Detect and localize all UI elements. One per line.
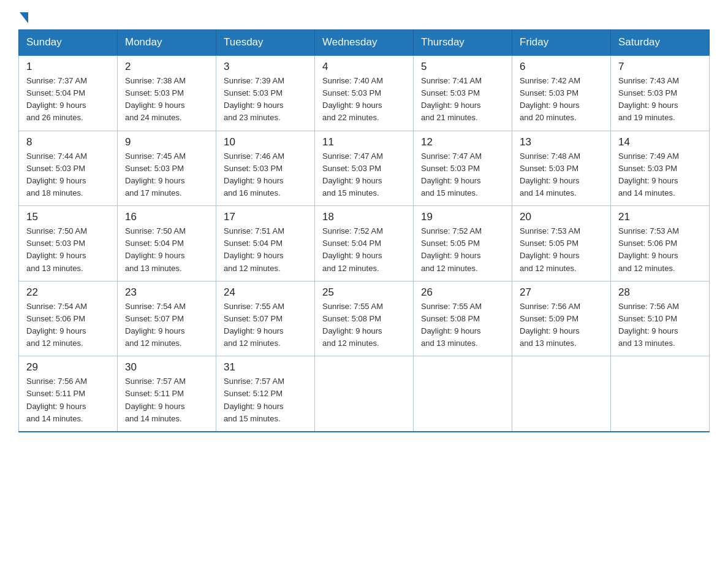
calendar-cell: 12Sunrise: 7:47 AMSunset: 5:03 PMDayligh… xyxy=(414,131,512,206)
day-number: 28 xyxy=(618,286,702,299)
day-header-wednesday: Wednesday xyxy=(315,30,414,56)
day-info: Sunrise: 7:44 AMSunset: 5:03 PMDaylight:… xyxy=(26,151,87,197)
week-row-5: 29Sunrise: 7:56 AMSunset: 5:11 PMDayligh… xyxy=(19,356,710,432)
calendar-cell: 18Sunrise: 7:52 AMSunset: 5:04 PMDayligh… xyxy=(315,206,414,282)
day-number: 24 xyxy=(224,286,307,299)
day-number: 13 xyxy=(520,136,603,148)
day-number: 1 xyxy=(26,61,110,73)
calendar-cell: 30Sunrise: 7:57 AMSunset: 5:11 PMDayligh… xyxy=(118,356,216,432)
day-info: Sunrise: 7:55 AMSunset: 5:08 PMDaylight:… xyxy=(421,302,482,348)
day-info: Sunrise: 7:53 AMSunset: 5:05 PMDaylight:… xyxy=(520,226,580,272)
day-number: 25 xyxy=(322,286,406,299)
day-header-tuesday: Tuesday xyxy=(216,30,315,56)
day-info: Sunrise: 7:39 AMSunset: 5:03 PMDaylight:… xyxy=(224,76,284,122)
calendar-cell: 6Sunrise: 7:42 AMSunset: 5:03 PMDaylight… xyxy=(512,55,611,131)
day-number: 5 xyxy=(421,61,504,73)
calendar-cell: 3Sunrise: 7:39 AMSunset: 5:03 PMDaylight… xyxy=(216,55,315,131)
calendar-cell: 7Sunrise: 7:43 AMSunset: 5:03 PMDaylight… xyxy=(611,55,710,131)
calendar-cell: 28Sunrise: 7:56 AMSunset: 5:10 PMDayligh… xyxy=(611,281,710,356)
day-number: 21 xyxy=(618,211,702,223)
calendar-cell xyxy=(414,356,512,432)
day-info: Sunrise: 7:56 AMSunset: 5:10 PMDaylight:… xyxy=(618,302,679,348)
day-number: 30 xyxy=(125,361,208,373)
calendar-cell: 22Sunrise: 7:54 AMSunset: 5:06 PMDayligh… xyxy=(19,281,118,356)
day-info: Sunrise: 7:47 AMSunset: 5:03 PMDaylight:… xyxy=(421,151,482,197)
calendar-cell: 8Sunrise: 7:44 AMSunset: 5:03 PMDaylight… xyxy=(19,131,118,206)
calendar-cell: 21Sunrise: 7:53 AMSunset: 5:06 PMDayligh… xyxy=(611,206,710,282)
calendar-cell: 9Sunrise: 7:45 AMSunset: 5:03 PMDaylight… xyxy=(118,131,216,206)
day-info: Sunrise: 7:48 AMSunset: 5:03 PMDaylight:… xyxy=(520,151,580,197)
day-number: 26 xyxy=(421,286,504,299)
week-row-3: 15Sunrise: 7:50 AMSunset: 5:03 PMDayligh… xyxy=(19,206,710,282)
calendar-cell: 16Sunrise: 7:50 AMSunset: 5:04 PMDayligh… xyxy=(118,206,216,282)
calendar-cell: 14Sunrise: 7:49 AMSunset: 5:03 PMDayligh… xyxy=(611,131,710,206)
calendar-cell: 20Sunrise: 7:53 AMSunset: 5:05 PMDayligh… xyxy=(512,206,611,282)
day-info: Sunrise: 7:55 AMSunset: 5:07 PMDaylight:… xyxy=(224,302,284,348)
day-number: 4 xyxy=(322,61,406,73)
day-info: Sunrise: 7:43 AMSunset: 5:03 PMDaylight:… xyxy=(618,76,679,122)
calendar-cell: 26Sunrise: 7:55 AMSunset: 5:08 PMDayligh… xyxy=(414,281,512,356)
day-info: Sunrise: 7:54 AMSunset: 5:07 PMDaylight:… xyxy=(125,302,186,348)
day-info: Sunrise: 7:51 AMSunset: 5:04 PMDaylight:… xyxy=(224,226,284,272)
logo xyxy=(18,12,29,23)
day-info: Sunrise: 7:57 AMSunset: 5:11 PMDaylight:… xyxy=(125,377,186,423)
day-info: Sunrise: 7:57 AMSunset: 5:12 PMDaylight:… xyxy=(224,377,284,423)
day-info: Sunrise: 7:47 AMSunset: 5:03 PMDaylight:… xyxy=(322,151,383,197)
calendar-table: SundayMondayTuesdayWednesdayThursdayFrid… xyxy=(18,29,710,432)
day-info: Sunrise: 7:53 AMSunset: 5:06 PMDaylight:… xyxy=(618,226,679,272)
day-number: 31 xyxy=(224,361,307,373)
day-number: 27 xyxy=(520,286,603,299)
calendar-cell: 29Sunrise: 7:56 AMSunset: 5:11 PMDayligh… xyxy=(19,356,118,432)
day-info: Sunrise: 7:56 AMSunset: 5:09 PMDaylight:… xyxy=(520,302,580,348)
day-number: 16 xyxy=(125,211,208,223)
day-info: Sunrise: 7:52 AMSunset: 5:04 PMDaylight:… xyxy=(322,226,383,272)
calendar-cell: 2Sunrise: 7:38 AMSunset: 5:03 PMDaylight… xyxy=(118,55,216,131)
day-number: 8 xyxy=(26,136,110,148)
calendar-cell: 23Sunrise: 7:54 AMSunset: 5:07 PMDayligh… xyxy=(118,281,216,356)
week-row-1: 1Sunrise: 7:37 AMSunset: 5:04 PMDaylight… xyxy=(19,55,710,131)
day-header-monday: Monday xyxy=(118,30,216,56)
day-info: Sunrise: 7:52 AMSunset: 5:05 PMDaylight:… xyxy=(421,226,482,272)
day-info: Sunrise: 7:46 AMSunset: 5:03 PMDaylight:… xyxy=(224,151,284,197)
day-info: Sunrise: 7:50 AMSunset: 5:03 PMDaylight:… xyxy=(26,226,87,272)
calendar-cell: 24Sunrise: 7:55 AMSunset: 5:07 PMDayligh… xyxy=(216,281,315,356)
day-number: 15 xyxy=(26,211,110,223)
day-number: 14 xyxy=(618,136,702,148)
day-info: Sunrise: 7:45 AMSunset: 5:03 PMDaylight:… xyxy=(125,151,186,197)
day-info: Sunrise: 7:42 AMSunset: 5:03 PMDaylight:… xyxy=(520,76,580,122)
calendar-cell: 19Sunrise: 7:52 AMSunset: 5:05 PMDayligh… xyxy=(414,206,512,282)
calendar-cell xyxy=(315,356,414,432)
day-number: 12 xyxy=(421,136,504,148)
day-info: Sunrise: 7:37 AMSunset: 5:04 PMDaylight:… xyxy=(26,76,87,122)
calendar-cell: 27Sunrise: 7:56 AMSunset: 5:09 PMDayligh… xyxy=(512,281,611,356)
calendar-cell: 31Sunrise: 7:57 AMSunset: 5:12 PMDayligh… xyxy=(216,356,315,432)
week-row-4: 22Sunrise: 7:54 AMSunset: 5:06 PMDayligh… xyxy=(19,281,710,356)
day-number: 23 xyxy=(125,286,208,299)
day-number: 2 xyxy=(125,61,208,73)
day-number: 9 xyxy=(125,136,208,148)
calendar-cell: 4Sunrise: 7:40 AMSunset: 5:03 PMDaylight… xyxy=(315,55,414,131)
day-number: 17 xyxy=(224,211,307,223)
day-info: Sunrise: 7:56 AMSunset: 5:11 PMDaylight:… xyxy=(26,377,87,423)
day-number: 19 xyxy=(421,211,504,223)
day-info: Sunrise: 7:54 AMSunset: 5:06 PMDaylight:… xyxy=(26,302,87,348)
day-info: Sunrise: 7:50 AMSunset: 5:04 PMDaylight:… xyxy=(125,226,186,272)
week-row-2: 8Sunrise: 7:44 AMSunset: 5:03 PMDaylight… xyxy=(19,131,710,206)
day-number: 20 xyxy=(520,211,603,223)
day-number: 7 xyxy=(618,61,702,73)
day-number: 6 xyxy=(520,61,603,73)
day-number: 22 xyxy=(26,286,110,299)
calendar-cell: 5Sunrise: 7:41 AMSunset: 5:03 PMDaylight… xyxy=(414,55,512,131)
day-header-saturday: Saturday xyxy=(611,30,710,56)
calendar-cell xyxy=(611,356,710,432)
calendar-cell: 13Sunrise: 7:48 AMSunset: 5:03 PMDayligh… xyxy=(512,131,611,206)
day-info: Sunrise: 7:49 AMSunset: 5:03 PMDaylight:… xyxy=(618,151,679,197)
day-number: 11 xyxy=(322,136,406,148)
day-number: 29 xyxy=(26,361,110,373)
day-number: 10 xyxy=(224,136,307,148)
calendar-cell xyxy=(512,356,611,432)
calendar-cell: 15Sunrise: 7:50 AMSunset: 5:03 PMDayligh… xyxy=(19,206,118,282)
day-header-thursday: Thursday xyxy=(414,30,512,56)
page-header xyxy=(18,12,710,23)
day-header-friday: Friday xyxy=(512,30,611,56)
